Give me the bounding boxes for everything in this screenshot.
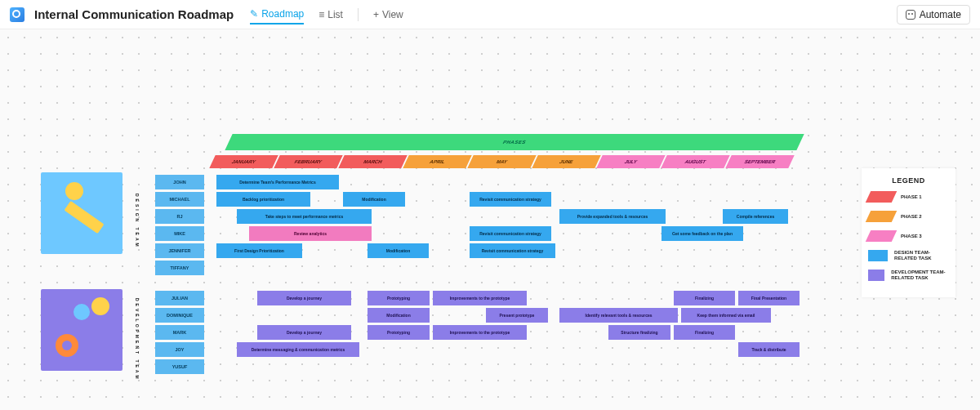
- person-dominique[interactable]: DOMINIQUE: [155, 308, 204, 323]
- month-may: MAY: [467, 155, 536, 168]
- task-bar[interactable]: Revisit communication strategy: [470, 226, 551, 241]
- legend-row: DEVELOPMENT TEAM-RELATED TASK: [868, 270, 949, 281]
- legend-label: DEVELOPMENT TEAM-RELATED TASK: [891, 270, 949, 280]
- task-bar[interactable]: Modification: [343, 192, 405, 207]
- task-bar[interactable]: Present prototype: [486, 308, 548, 323]
- person-john[interactable]: JOHN: [155, 175, 204, 189]
- task-bar[interactable]: Structure finalizing: [608, 325, 670, 340]
- task-bar[interactable]: Finalizing: [674, 325, 735, 340]
- legend-row: PHASE 1: [868, 191, 949, 203]
- person-michael[interactable]: MICHAEL: [155, 192, 204, 207]
- person-rj[interactable]: RJ: [155, 209, 204, 224]
- plus-icon: +: [373, 9, 379, 20]
- month-march: MARCH: [338, 155, 407, 168]
- view-roadmap[interactable]: ✎ Roadmap: [250, 5, 304, 25]
- row-dominique: DOMINIQUEModificationPresent prototypeId…: [41, 308, 800, 324]
- month-january: JANUARY: [209, 155, 278, 168]
- legend-panel: LEGEND PHASE 1PHASE 2PHASE 3DESIGN TEAM-…: [862, 168, 956, 297]
- task-bar[interactable]: Revisit communication strategy: [470, 243, 555, 258]
- legend-swatch: [866, 211, 898, 222]
- view-add-label: View: [382, 9, 403, 20]
- task-bar[interactable]: Improvements to the prototype: [433, 291, 527, 305]
- person-tiffany[interactable]: TIFFANY: [155, 261, 204, 275]
- canvas[interactable]: DESIGN TEAM DEVELOPMENT TEAM PHASES JANU…: [0, 29, 980, 410]
- task-bar[interactable]: Provide expanded tools & resources: [559, 209, 666, 224]
- task-bar[interactable]: Improvements to the prototype: [433, 325, 527, 340]
- legend-label: DESIGN TEAM-RELATED TASK: [894, 250, 949, 261]
- doc-icon: [10, 7, 24, 22]
- task-bar[interactable]: Compile references: [723, 209, 788, 224]
- person-mark[interactable]: MARK: [155, 325, 204, 340]
- task-bar[interactable]: Determine Team's Performance Metrics: [216, 175, 339, 189]
- legend-row: PHASE 3: [868, 230, 949, 242]
- legend-label: PHASE 3: [901, 234, 922, 239]
- task-bar[interactable]: Backlog prioritization: [216, 192, 310, 207]
- legend-row: PHASE 2: [868, 211, 949, 222]
- task-bar[interactable]: First Design Prioritization: [216, 243, 302, 258]
- month-september: SEPTEMBER: [725, 155, 794, 168]
- row-yusuf: YUSUF: [41, 359, 800, 376]
- person-jennifer[interactable]: JENNIFER: [155, 243, 204, 258]
- row-tiffany: TIFFANY: [41, 261, 800, 277]
- task-bar[interactable]: Prototyping: [368, 325, 430, 340]
- row-michael: MICHAELBacklog prioritizationModificatio…: [41, 192, 800, 208]
- row-julian: JULIANDevelop a journeyPrototypingImprov…: [41, 291, 800, 307]
- task-bar[interactable]: Revisit communication strategy: [470, 192, 551, 207]
- list-icon: ≡: [318, 9, 324, 20]
- person-yusuf[interactable]: YUSUF: [155, 359, 204, 374]
- task-bar[interactable]: Take steps to meet performance metrics: [237, 209, 372, 224]
- task-bar[interactable]: Develop a journey: [257, 291, 351, 305]
- month-april: APRIL: [403, 155, 471, 168]
- view-roadmap-label: Roadmap: [261, 8, 304, 20]
- task-bar[interactable]: Review analytics: [249, 226, 372, 241]
- month-february: FEBRUARY: [274, 155, 342, 168]
- legend-swatch: [866, 230, 898, 242]
- legend-row: DESIGN TEAM-RELATED TASK: [868, 250, 949, 261]
- robot-icon: [906, 10, 915, 20]
- views-switcher: ✎ Roadmap ≡ List + View: [250, 5, 403, 25]
- legend-swatch: [868, 270, 884, 281]
- row-mark: MARKDevelop a journeyPrototypingImprovem…: [41, 325, 800, 341]
- task-bar[interactable]: Finalizing: [674, 291, 735, 305]
- person-joy[interactable]: JOY: [155, 342, 204, 357]
- legend-label: PHASE 2: [901, 214, 922, 220]
- month-june: JUNE: [532, 155, 600, 168]
- page-title: Internal Communication Roadmap: [34, 7, 234, 21]
- task-bar[interactable]: Final Presentation: [738, 291, 800, 305]
- month-august: AUGUST: [661, 155, 729, 168]
- topbar: Internal Communication Roadmap ✎ Roadmap…: [0, 0, 980, 29]
- task-bar[interactable]: Modification: [368, 308, 430, 323]
- phases-band: PHASES: [225, 134, 804, 150]
- legend-title: LEGEND: [868, 176, 949, 185]
- row-jennifer: JENNIFERFirst Design PrioritizationModif…: [41, 243, 800, 260]
- row-john: JOHNDetermine Team's Performance Metrics: [41, 175, 800, 191]
- automate-label: Automate: [920, 9, 961, 20]
- roadmap-icon: ✎: [250, 8, 258, 20]
- legend-label: PHASE 1: [901, 194, 922, 200]
- legend-swatch: [866, 191, 898, 203]
- view-list-label: List: [327, 9, 343, 20]
- task-bar[interactable]: Keep them informed via email: [681, 308, 771, 323]
- view-separator: [358, 8, 359, 21]
- task-bar[interactable]: Identify relevant tools & resources: [559, 308, 678, 323]
- task-bar[interactable]: Modification: [368, 243, 429, 258]
- task-bar[interactable]: Get some feedback on the plan: [662, 226, 743, 241]
- row-rj: RJTake steps to meet performance metrics…: [41, 209, 800, 225]
- legend-swatch: [868, 250, 888, 261]
- person-mike[interactable]: MIKE: [155, 226, 204, 241]
- row-mike: MIKEReview analyticsRevisit communicatio…: [41, 226, 800, 243]
- months-row: JANUARYFEBRUARYMARCHAPRILMAYJUNEJULYAUGU…: [212, 155, 791, 168]
- person-julian[interactable]: JULIAN: [155, 291, 204, 305]
- row-joy: JOYDetermine messaging & communication m…: [41, 342, 800, 359]
- view-list[interactable]: ≡ List: [318, 6, 343, 24]
- view-add[interactable]: + View: [373, 6, 403, 24]
- automate-button[interactable]: Automate: [897, 5, 970, 25]
- task-bar[interactable]: Determine messaging & communication metr…: [237, 342, 359, 357]
- task-bar[interactable]: Develop a journey: [257, 325, 351, 340]
- month-july: JULY: [596, 155, 665, 168]
- task-bar[interactable]: Prototyping: [368, 291, 430, 305]
- task-bar[interactable]: Track & distribute: [738, 342, 800, 357]
